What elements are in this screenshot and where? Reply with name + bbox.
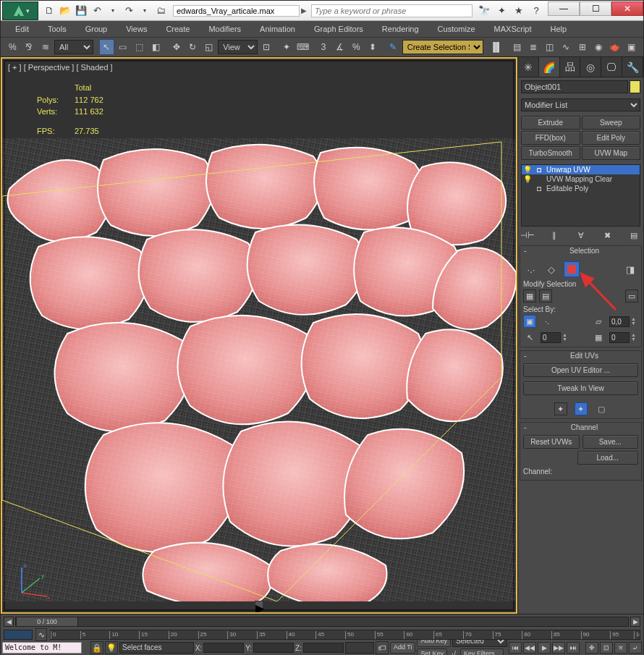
help-icon[interactable]: ?: [529, 5, 543, 16]
app-menu-button[interactable]: ▾: [2, 1, 38, 20]
quickbox-icon[interactable]: ▢: [595, 402, 608, 415]
menu-help[interactable]: Help: [542, 22, 576, 35]
unique-icon[interactable]: ∀: [575, 229, 588, 241]
viewnav-4-icon[interactable]: ⤾: [629, 642, 642, 654]
stack-uvw-clear[interactable]: 💡 UVW Mapping Clear: [522, 174, 640, 184]
redo-drop-icon[interactable]: ▾: [137, 3, 153, 19]
frame-ruler[interactable]: 0510152025303540455055606570758085909510…: [50, 630, 640, 640]
prev-key-icon[interactable]: ◀◀: [523, 642, 536, 654]
close-button[interactable]: ✕: [611, 1, 643, 16]
modifier-list-dropdown[interactable]: Modifier List: [521, 98, 640, 111]
reset-uvws-button[interactable]: Reset UVWs: [523, 435, 580, 449]
maximize-button[interactable]: ☐: [580, 1, 611, 16]
graphite-icon[interactable]: ◫: [542, 39, 557, 55]
element-subobj-icon[interactable]: ◨: [622, 261, 638, 277]
open-uv-editor-button[interactable]: Open UV Editor ...: [523, 363, 638, 377]
z-coord-input[interactable]: [303, 643, 344, 653]
keyboard-icon[interactable]: ⌨: [296, 39, 311, 55]
project-icon[interactable]: 🗂: [153, 3, 169, 19]
undo-icon[interactable]: ↶: [89, 3, 105, 19]
spinner-snap-icon[interactable]: ⬍: [365, 39, 381, 55]
motion-tab[interactable]: ◎: [580, 57, 601, 77]
add-time-button[interactable]: Add Ti: [390, 642, 416, 654]
viewnav-1-icon[interactable]: ✥: [585, 642, 598, 654]
menu-edit[interactable]: Edit: [7, 22, 38, 35]
material-editor-icon[interactable]: ◉: [591, 39, 606, 55]
curve-editor-icon[interactable]: ∿: [559, 39, 574, 55]
edge-subobj-icon[interactable]: ◇: [543, 261, 559, 277]
addtime-tag-icon[interactable]: 🏷: [376, 641, 389, 654]
axis-gizmo[interactable]: z x y: [11, 560, 54, 604]
layers-icon[interactable]: ≣: [525, 39, 541, 55]
modbtn-sweep[interactable]: Sweep: [582, 116, 641, 130]
prev-frame-icon[interactable]: ◀: [4, 617, 14, 627]
select-object-icon[interactable]: ↖: [99, 39, 114, 55]
create-tab[interactable]: ✳: [518, 57, 539, 77]
bind-icon[interactable]: ≋: [38, 39, 53, 55]
viewport-pan-handle[interactable]: ▶: [255, 601, 263, 609]
goto-start-icon[interactable]: ⏮: [509, 642, 522, 654]
refcoord-dropdown[interactable]: View: [218, 40, 257, 54]
pin-stack-icon[interactable]: ⊣⊢: [521, 229, 534, 241]
menu-group[interactable]: Group: [77, 22, 116, 35]
menu-modifiers[interactable]: Modifiers: [200, 22, 250, 35]
display-tab[interactable]: 🖵: [601, 57, 622, 77]
lock-selection-icon[interactable]: 🔒: [90, 641, 103, 654]
minimize-button[interactable]: —: [548, 1, 580, 16]
named-sel-edit-icon[interactable]: ✎: [386, 39, 401, 55]
percent-snap-icon[interactable]: %: [349, 39, 364, 55]
menu-grapheditors[interactable]: Graph Editors: [305, 22, 372, 35]
tweak-in-view-button[interactable]: Tweak In View: [523, 381, 638, 395]
expand-icon[interactable]: ◘: [535, 185, 543, 193]
stack-unwrap-uvw[interactable]: 💡 ◘ Unwrap UVW: [522, 165, 640, 174]
isolate-icon[interactable]: 💡: [105, 641, 118, 654]
redo-icon[interactable]: ↷: [121, 3, 137, 19]
select-name-icon[interactable]: ▭: [116, 39, 131, 55]
configure-icon[interactable]: ▤: [627, 229, 640, 241]
viewnav-3-icon[interactable]: ⤧: [614, 642, 627, 654]
title-caret-icon[interactable]: ▶: [301, 7, 307, 14]
menu-customize[interactable]: Customize: [429, 22, 484, 35]
hierarchy-tab[interactable]: 品: [560, 57, 581, 77]
undo-drop-icon[interactable]: ▾: [105, 3, 121, 19]
mirror-icon[interactable]: ▐▌: [488, 39, 504, 55]
face-subobj-icon[interactable]: [564, 261, 580, 277]
quickplanar-icon[interactable]: ✦: [554, 402, 567, 415]
menu-views[interactable]: Views: [117, 22, 156, 35]
mini-curve-icon[interactable]: ∿: [35, 628, 47, 641]
next-frame-icon[interactable]: ▶: [630, 617, 640, 627]
modbtn-extrude[interactable]: Extrude: [521, 116, 580, 130]
key-icon[interactable]: √: [449, 648, 459, 656]
menu-rendering[interactable]: Rendering: [373, 22, 428, 35]
menu-create[interactable]: Create: [157, 22, 198, 35]
keyfilters-button[interactable]: Key Filters...: [460, 648, 504, 656]
show-end-icon[interactable]: ∥: [548, 229, 561, 241]
mesh-object[interactable]: [1, 138, 516, 601]
expand-icon[interactable]: ◘: [535, 166, 543, 174]
rollout-header-edituvs[interactable]: -Edit UVs: [520, 351, 641, 360]
object-name-input[interactable]: [521, 80, 628, 93]
render-frame-icon[interactable]: ▣: [624, 39, 639, 55]
manipulate-icon[interactable]: ✦: [279, 39, 295, 55]
modbtn-uvwmap[interactable]: UVW Map: [582, 146, 641, 160]
maxscript-listener[interactable]: Welcome to M!: [2, 642, 82, 654]
signin-icon[interactable]: ✦: [494, 5, 509, 16]
modify-tab[interactable]: 🌈: [539, 57, 560, 77]
viewport-label[interactable]: [ + ] [ Perspective ] [ Shaded ]: [8, 63, 113, 72]
save-icon[interactable]: 💾: [73, 3, 89, 19]
y-coord-input[interactable]: [253, 643, 294, 653]
viewport[interactable]: [ + ] [ Perspective ] [ Shaded ] Total P…: [1, 57, 517, 614]
next-key-icon[interactable]: ▶▶: [552, 642, 565, 654]
named-selection-dropdown[interactable]: Create Selection Se: [402, 40, 483, 54]
schematic-icon[interactable]: ⊞: [575, 39, 590, 55]
rollout-header-channel[interactable]: -Channel: [520, 423, 641, 432]
modbtn-editpoly[interactable]: Edit Poly: [582, 131, 641, 145]
goto-end-icon[interactable]: ⏭: [567, 642, 580, 654]
angle-snap-icon[interactable]: ∡: [333, 39, 348, 55]
remove-mod-icon[interactable]: ✖: [601, 229, 614, 241]
time-slider-track[interactable]: 0 / 100: [15, 617, 629, 627]
grow-icon[interactable]: ▦: [523, 290, 536, 303]
favorite-icon[interactable]: ★: [512, 5, 526, 16]
menu-maxscript[interactable]: MAXScript: [486, 22, 541, 35]
time-slider-thumb[interactable]: 0 / 100: [16, 617, 78, 627]
